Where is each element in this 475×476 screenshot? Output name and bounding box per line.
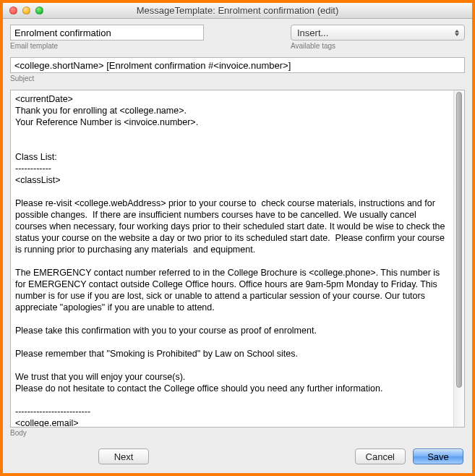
template-name-input[interactable] — [10, 25, 204, 41]
next-button[interactable]: Next — [98, 449, 149, 464]
traffic-lights — [9, 7, 43, 14]
top-row: Email template Insert... Available tags — [10, 25, 465, 50]
titlebar: MessageTemplate: Enrolment confirmation … — [3, 3, 472, 19]
body-wrap: <currentDate> Thank you for enrolling at… — [10, 90, 465, 428]
window-title: MessageTemplate: Enrolment confirmation … — [3, 5, 472, 16]
subject-caption: Subject — [10, 75, 465, 82]
body-textarea[interactable]: <currentDate> Thank you for enrolling at… — [11, 90, 453, 427]
insert-tag-select[interactable]: Insert... — [291, 25, 465, 41]
scrollbar[interactable] — [453, 90, 464, 427]
subject-row: Subject — [10, 57, 465, 82]
body-caption: Body — [10, 429, 465, 437]
scrollbar-thumb[interactable] — [456, 92, 462, 388]
minimize-icon[interactable] — [22, 7, 30, 14]
cancel-button[interactable]: Cancel — [355, 449, 406, 464]
close-icon[interactable] — [9, 7, 17, 14]
content-area: Email template Insert... Available tags … — [3, 19, 472, 441]
template-name-caption: Email template — [10, 42, 204, 50]
body-row: <currentDate> Thank you for enrolling at… — [10, 90, 465, 437]
zoom-icon[interactable] — [35, 7, 43, 14]
window: MessageTemplate: Enrolment confirmation … — [3, 3, 472, 473]
save-button[interactable]: Save — [413, 449, 463, 464]
footer: Next Cancel Save — [3, 441, 472, 473]
subject-input[interactable] — [10, 57, 465, 73]
insert-tag-caption: Available tags — [291, 42, 465, 50]
